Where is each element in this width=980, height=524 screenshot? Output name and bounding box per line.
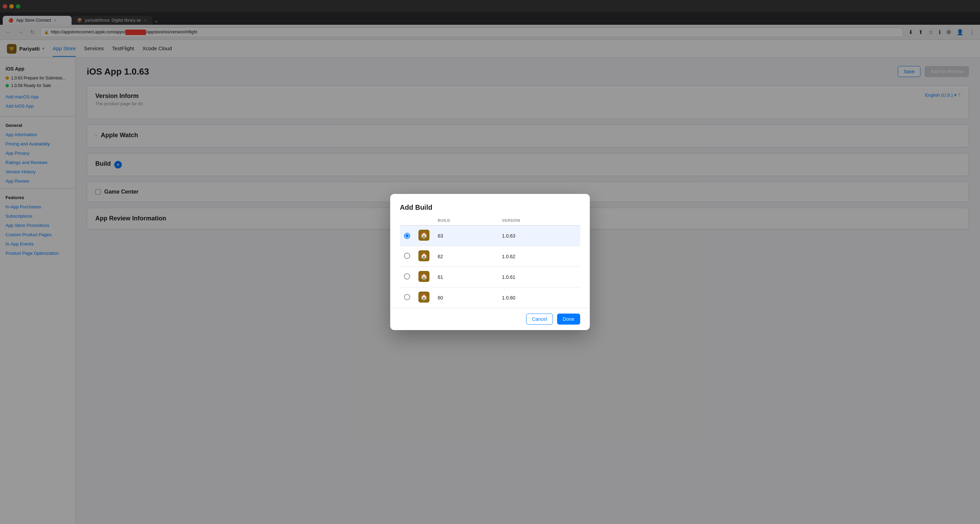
modal-title: Add Build bbox=[400, 203, 580, 211]
build-number-62: 62 bbox=[434, 246, 498, 267]
app-icon-63: 🏠 bbox=[418, 230, 430, 241]
modal-cancel-button[interactable]: Cancel bbox=[526, 314, 553, 325]
build-table: BUILD VERSION bbox=[400, 216, 580, 308]
app-icon-62: 🏠 bbox=[418, 250, 430, 261]
build-number-63: 63 bbox=[434, 225, 498, 246]
svg-text:🏠: 🏠 bbox=[420, 293, 428, 301]
modal-done-button[interactable]: Done bbox=[557, 314, 580, 325]
svg-text:🏠: 🏠 bbox=[420, 273, 428, 280]
build-version-62: 1.0.62 bbox=[498, 246, 580, 267]
build-version-63: 1.0.63 bbox=[498, 225, 580, 246]
modal-overlay: Add Build BUILD VERSION bbox=[0, 0, 980, 524]
svg-text:🏠: 🏠 bbox=[420, 252, 428, 260]
col-build: BUILD bbox=[434, 216, 498, 225]
radio-62[interactable] bbox=[404, 253, 410, 259]
build-number-60: 60 bbox=[434, 287, 498, 308]
col-icon bbox=[414, 216, 434, 225]
build-version-60: 1.0.60 bbox=[498, 287, 580, 308]
build-version-61: 1.0.61 bbox=[498, 267, 580, 287]
svg-text:🏠: 🏠 bbox=[420, 232, 428, 239]
col-version: VERSION bbox=[498, 216, 580, 225]
app-icon-60: 🏠 bbox=[418, 292, 430, 303]
build-number-61: 61 bbox=[434, 267, 498, 287]
col-radio bbox=[400, 216, 414, 225]
build-row-61[interactable]: 🏠 61 1.0.61 bbox=[400, 267, 580, 287]
app-icon-61: 🏠 bbox=[418, 271, 430, 282]
build-row-63[interactable]: 🏠 63 1.0.63 bbox=[400, 225, 580, 246]
radio-inner-63 bbox=[405, 234, 409, 238]
radio-61[interactable] bbox=[404, 273, 410, 279]
add-build-modal: Add Build BUILD VERSION bbox=[390, 194, 590, 330]
build-row-60[interactable]: 🏠 60 1.0.60 bbox=[400, 287, 580, 308]
radio-60[interactable] bbox=[404, 294, 410, 300]
build-row-62[interactable]: 🏠 62 1.0.62 bbox=[400, 246, 580, 267]
radio-63[interactable] bbox=[404, 233, 410, 239]
